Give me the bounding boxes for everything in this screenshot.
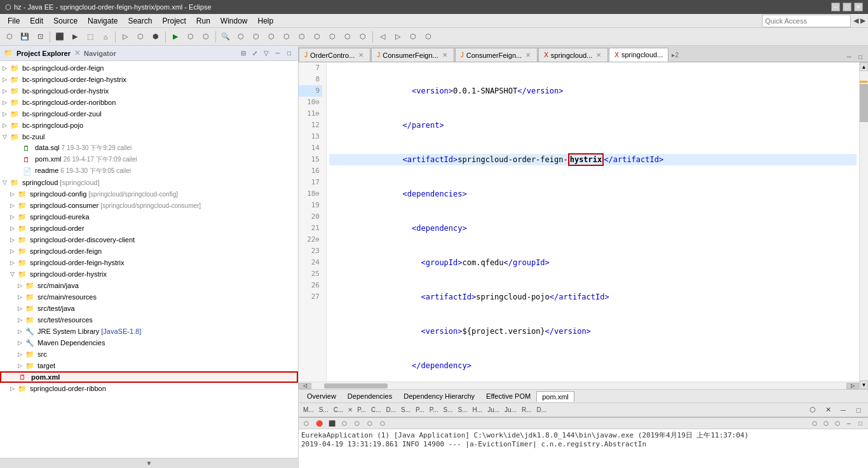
tree-item-src[interactable]: ▷ 📁 src	[0, 348, 298, 360]
tree-item-sc-consumer[interactable]: ▷ 📁 springcloud-consumer [springcloud/sp…	[0, 200, 298, 211]
tree-item-sc-config[interactable]: ▷ 📁 springcloud-config [springcloud/spri…	[0, 188, 298, 200]
tab-pom-xml[interactable]: pom.xml	[536, 391, 574, 402]
btoolbar-p2[interactable]: P...	[414, 403, 426, 417]
tree-item-bc-zuul[interactable]: ▷ 📁 bc-springcloud-order-zuul	[0, 108, 298, 120]
tree-item-target[interactable]: ▷ 📁 target	[0, 360, 298, 371]
console-btn-2[interactable]: 🔴	[314, 418, 324, 429]
btoolbar-c[interactable]: C...	[332, 403, 346, 417]
quick-access-input[interactable]	[762, 15, 851, 27]
tree-item-src-main-resources[interactable]: ▷ 📁 src/main/resources	[0, 291, 298, 303]
btoolbar-ctrl-4[interactable]: □	[851, 403, 865, 417]
menu-window[interactable]: Window	[215, 15, 253, 27]
console-btn-7[interactable]: ⬡	[377, 418, 388, 429]
tree-item-bc-zuul2[interactable]: ▽ 📁 bc-zuul	[0, 131, 298, 142]
menu-run[interactable]: Run	[191, 15, 215, 27]
editor-max-btn[interactable]: □	[855, 52, 865, 62]
tree-item-pom-xml[interactable]: 🗒 pom.xml 26 19-4-17 下午7:09 cailei	[0, 154, 298, 165]
close-button[interactable]: ✕	[854, 3, 863, 11]
btoolbar-ju2[interactable]: Ju...	[503, 403, 519, 417]
h-scroll-thumb[interactable]	[324, 383, 388, 389]
console-ctrl-2[interactable]: ⬡	[821, 418, 831, 429]
toolbar-btn-17[interactable]: ⬡	[264, 30, 278, 44]
tree-item-bc-pojo[interactable]: ▷ 📁 bc-springcloud-pojo	[0, 120, 298, 131]
console-ctrl-5[interactable]: □	[855, 418, 865, 429]
toolbar-btn-21[interactable]: ⬡	[325, 30, 339, 44]
menu-edit[interactable]: Edit	[25, 15, 48, 27]
tab-springcloud-1[interactable]: X springcloud... ✕	[538, 48, 608, 62]
editor-content[interactable]: 7 8 9 10⊖ 11⊖ 12 13 14 15 16 17 18⊖ 19 2…	[299, 62, 859, 382]
tree-item-bc-hystrix[interactable]: ▷ 📁 bc-springcloud-order-hystrix	[0, 85, 298, 97]
menu-help[interactable]: Help	[253, 15, 279, 27]
btoolbar-ctrl-2[interactable]: ✕	[821, 403, 835, 417]
tree-item-bc-feign-hystrix[interactable]: ▷ 📁 bc-springcloud-order-feign-hystrix	[0, 74, 298, 85]
maximize-button[interactable]: □	[843, 3, 851, 11]
tree-item-bc-noribbon[interactable]: ▷ 📁 bc-springcloud-order-noribbon	[0, 97, 298, 108]
toolbar-btn-4[interactable]: ⬛	[53, 30, 67, 44]
tab-order-controller[interactable]: J OrderContro... ✕	[299, 48, 370, 62]
toolbar-btn-3[interactable]: ⊡	[33, 30, 47, 44]
btoolbar-m[interactable]: M...	[301, 403, 316, 417]
btoolbar-s3[interactable]: S...	[442, 403, 455, 417]
tree-item-sc-eureka[interactable]: ▷ 📁 springcloud-eureka	[0, 211, 298, 223]
toolbar-btn-15[interactable]: ⬡	[234, 30, 248, 44]
tree-item-bc-feign[interactable]: ▷ 📁 bc-springcloud-order-feign	[0, 62, 298, 74]
console-btn-5[interactable]: ⬡	[352, 418, 362, 429]
tab-effective-pom[interactable]: Effective POM	[480, 390, 536, 402]
toolbar-btn-23[interactable]: ⬡	[356, 30, 370, 44]
btoolbar-d[interactable]: D...	[384, 403, 398, 417]
menu-source[interactable]: Source	[48, 15, 83, 27]
console-btn-1[interactable]: ⬡	[301, 418, 311, 429]
console-ctrl-4[interactable]: ─	[844, 418, 854, 429]
tab-close[interactable]: ✕	[524, 52, 532, 59]
toolbar-btn-16[interactable]: ⬡	[249, 30, 263, 44]
toolbar-btn-5[interactable]: ▶	[68, 30, 82, 44]
tree-item-sc-order[interactable]: ▷ 📁 springcloud-order	[0, 223, 298, 234]
tree-item-springcloud[interactable]: ▽ 📁 springcloud [springcloud]	[0, 177, 298, 188]
btoolbar-p1[interactable]: P...	[355, 403, 368, 417]
toolbar-btn-fwd[interactable]: ▷	[391, 30, 405, 44]
toolbar-btn-18[interactable]: ⬡	[280, 30, 294, 44]
scroll-left-btn[interactable]: ◁	[299, 383, 311, 389]
scroll-up-btn[interactable]: ▲	[860, 62, 868, 71]
btoolbar-s4[interactable]: S...	[456, 403, 470, 417]
tree-item-readme[interactable]: 📄 readme 6 19-3-30 下午9:05 cailei	[0, 165, 298, 177]
scroll-right-btn[interactable]: ▷	[846, 383, 859, 389]
tree-item-sc-order-feign-hystrix[interactable]: ▷ 📁 springcloud-order-feign-hystrix	[0, 257, 298, 268]
toolbar-btn-19[interactable]: ⬡	[295, 30, 309, 44]
toolbar-btn-24[interactable]: ⬡	[406, 30, 420, 44]
editor-min-btn[interactable]: ─	[844, 52, 854, 62]
scroll-down-btn[interactable]: ▼	[860, 380, 868, 389]
btoolbar-ctrl-1[interactable]: ⬡	[806, 403, 820, 417]
tab-consumer-feign-1[interactable]: J ConsumerFeign... ✕	[371, 48, 454, 62]
tree-item-src-test-java[interactable]: ▷ 📁 src/test/java	[0, 303, 298, 314]
btoolbar-h[interactable]: H...	[471, 403, 485, 417]
toolbar-btn-back[interactable]: ◁	[376, 30, 390, 44]
btoolbar-ctrl-3[interactable]: ─	[836, 403, 850, 417]
tab-consumer-feign-2[interactable]: J ConsumerFeign... ✕	[455, 48, 538, 62]
code-area[interactable]: <version>0.0.1-SNAPSHOT</version> </pare…	[327, 62, 859, 382]
toolbar-btn-22[interactable]: ⬡	[341, 30, 355, 44]
console-btn-6[interactable]: ⬡	[365, 418, 375, 429]
tree-item-sc-order-hystrix[interactable]: ▽ 📁 springcloud-order-hystrix	[0, 268, 298, 280]
tab-close[interactable]: ✕	[595, 52, 602, 59]
tree-item-src-main-java[interactable]: ▷ 📁 src/main/java	[0, 280, 298, 291]
tree-item-sc-order-ribbon[interactable]: ▷ 📁 springcloud-order-ribbon	[0, 383, 298, 394]
vertical-scrollbar[interactable]: ▲ ▼	[859, 62, 868, 389]
btoolbar-c2[interactable]: C...	[369, 403, 383, 417]
console-ctrl-1[interactable]: ⬡	[810, 418, 820, 429]
horizontal-scrollbar[interactable]: ◁ ▷	[299, 382, 859, 389]
btoolbar-ju1[interactable]: Ju...	[485, 403, 501, 417]
btoolbar-r[interactable]: R...	[520, 403, 534, 417]
panel-menu-btn[interactable]: ▽	[261, 48, 271, 59]
minimize-panel-btn[interactable]: ─	[273, 48, 283, 59]
tree-item-pom-xml-highlighted[interactable]: 🗒 pom.xml	[0, 371, 298, 383]
toolbar-btn-25[interactable]: ⬡	[421, 30, 435, 44]
tree-item-sc-order-discovery[interactable]: ▷ 📁 springcloud-order-discovery-client	[0, 234, 298, 245]
btoolbar-d2[interactable]: D...	[535, 403, 549, 417]
tab-close[interactable]: ✕	[357, 52, 365, 59]
tab-dependency-hierarchy[interactable]: Dependency Hierarchy	[398, 390, 480, 402]
console-btn-4[interactable]: ⬡	[339, 418, 349, 429]
toolbar-btn-9[interactable]: ⬡	[133, 30, 147, 44]
tab-springcloud-2[interactable]: X springcloud...	[609, 48, 668, 62]
tree-item-jre[interactable]: ▷ 🔧 JRE System Library [JavaSE-1.8]	[0, 326, 298, 337]
